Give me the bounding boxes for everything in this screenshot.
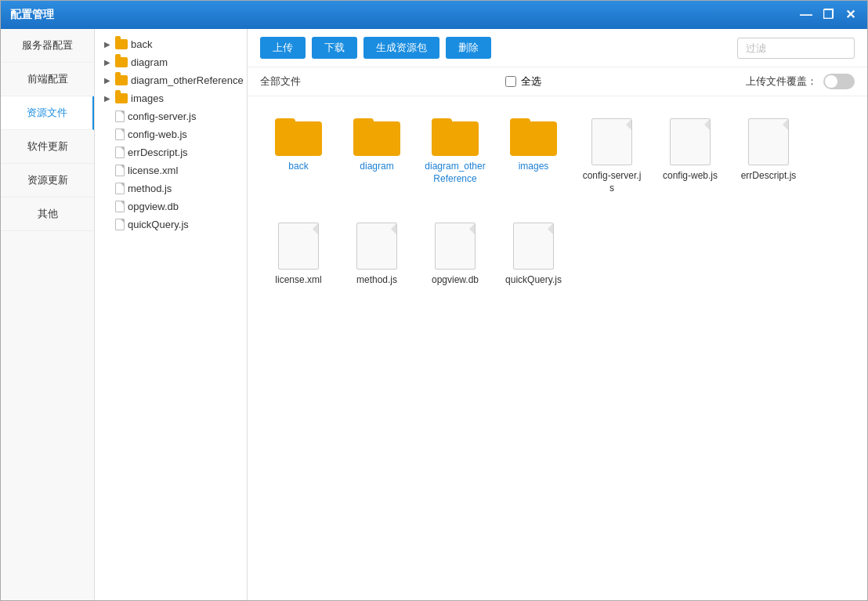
file-name-images: images <box>519 161 549 173</box>
tree-arrow-diagram-other: ▶ <box>104 76 112 85</box>
file-name-back: back <box>288 161 308 173</box>
file-icon-config-server <box>115 110 125 122</box>
file-icon-large-opgview <box>435 223 476 270</box>
folder-icon-large-back <box>275 118 322 156</box>
upload-button[interactable]: 上传 <box>260 37 306 59</box>
toolbar: 上传 下载 生成资源包 删除 <box>248 29 867 67</box>
file-header-left: 全部文件 <box>260 74 301 89</box>
file-icon-config-web <box>115 129 125 140</box>
file-grid: back diagram diagram_otherReference <box>248 96 867 600</box>
tree-item-license[interactable]: ▶ license.xml <box>95 161 247 179</box>
folder-icon-diagram-other <box>115 75 128 85</box>
file-icon-large-method <box>356 223 397 270</box>
toggle-knob <box>825 75 837 88</box>
file-icon-method <box>115 183 125 194</box>
content-area: 上传 下载 生成资源包 删除 全部文件 全选 上 <box>248 29 867 600</box>
file-name-diagram-other: diagram_otherReference <box>425 161 485 185</box>
folder-icon-large-diagram-other <box>432 118 479 156</box>
tree-item-images[interactable]: ▶ images <box>95 89 247 107</box>
tree-item-errdescript[interactable]: ▶ errDescript.js <box>95 143 247 161</box>
file-item-errdescript[interactable]: errDescript.js <box>733 112 804 201</box>
file-icon-large-config-server <box>591 118 632 165</box>
app-window: 配置管理 — ❐ ✕ 服务器配置 前端配置 资源文件 软件更新 资源更新 其他 … <box>0 0 868 601</box>
tree-label-quickquery: quickQuery.js <box>128 219 189 230</box>
file-header: 全部文件 全选 上传文件覆盖： <box>248 67 867 96</box>
file-name-quickquery: quickQuery.js <box>505 274 562 287</box>
file-item-opgview[interactable]: opgview.db <box>420 216 490 293</box>
file-icon-license <box>115 165 125 176</box>
tree-item-method[interactable]: ▶ method.js <box>95 179 247 197</box>
file-item-config-web[interactable]: config-web.js <box>655 112 725 201</box>
filter-input[interactable] <box>737 38 855 59</box>
tree-label-method: method.js <box>128 183 172 194</box>
file-item-config-server[interactable]: config-server.js <box>577 112 647 201</box>
select-all-checkbox[interactable] <box>505 76 516 87</box>
main-layout: 服务器配置 前端配置 资源文件 软件更新 资源更新 其他 ▶ back ▶ di… <box>1 29 867 600</box>
tree-label-config-web: config-web.js <box>128 129 187 140</box>
package-button[interactable]: 生成资源包 <box>363 37 439 59</box>
folder-icon-large-images <box>510 118 557 156</box>
file-name-diagram: diagram <box>360 161 393 173</box>
tree-arrow-diagram: ▶ <box>104 58 112 67</box>
file-icon-large-config-web <box>670 118 711 165</box>
tree-item-quickquery[interactable]: ▶ quickQuery.js <box>95 215 247 234</box>
upload-overwrite-label: 上传文件覆盖： <box>746 74 817 89</box>
file-item-license[interactable]: license.xml <box>263 216 334 293</box>
title-bar-title: 配置管理 <box>10 8 798 22</box>
sidebar-item-frontend-config[interactable]: 前端配置 <box>1 63 94 96</box>
file-icon-large-quickquery <box>513 223 554 270</box>
tree-label-errdescript: errDescript.js <box>128 147 188 158</box>
file-name-license: license.xml <box>275 274 321 287</box>
sidebar-item-software-update[interactable]: 软件更新 <box>1 130 94 164</box>
delete-button[interactable]: 删除 <box>446 37 491 59</box>
tree-label-diagram: diagram <box>131 56 168 68</box>
sidebar-item-server-config[interactable]: 服务器配置 <box>1 29 94 63</box>
sidebar-item-other[interactable]: 其他 <box>1 197 94 231</box>
file-item-method[interactable]: method.js <box>342 216 412 293</box>
sidebar-item-resource-files[interactable]: 资源文件 <box>1 96 94 130</box>
file-tree: ▶ back ▶ diagram ▶ diagram_otherReferenc… <box>95 29 248 600</box>
file-icon-errdescript <box>115 147 125 158</box>
file-item-diagram[interactable]: diagram <box>342 112 412 201</box>
all-files-label: 全部文件 <box>260 74 301 89</box>
folder-icon-large-diagram <box>353 118 400 156</box>
tree-item-diagram[interactable]: ▶ diagram <box>95 53 247 71</box>
sidebar: 服务器配置 前端配置 资源文件 软件更新 资源更新 其他 <box>1 29 95 600</box>
file-name-errdescript: errDescript.js <box>741 170 797 183</box>
title-bar-controls: — ❐ ✕ <box>798 9 858 21</box>
upload-overwrite-toggle[interactable] <box>823 74 855 89</box>
maximize-button[interactable]: ❐ <box>820 9 836 21</box>
file-icon-opgview <box>115 201 125 212</box>
minimize-button[interactable]: — <box>798 9 814 21</box>
title-bar: 配置管理 — ❐ ✕ <box>1 1 867 29</box>
tree-label-images: images <box>131 92 164 104</box>
tree-label-back: back <box>131 38 152 50</box>
tree-item-back[interactable]: ▶ back <box>95 35 247 53</box>
tree-label-diagram-other: diagram_otherReference <box>131 74 244 86</box>
tree-item-diagram-other[interactable]: ▶ diagram_otherReference <box>95 71 247 89</box>
file-name-opgview: opgview.db <box>432 274 479 287</box>
download-button[interactable]: 下载 <box>312 37 357 59</box>
tree-label-config-server: config-server.js <box>128 110 196 122</box>
file-header-right: 上传文件覆盖： <box>746 74 855 89</box>
tree-item-config-web[interactable]: ▶ config-web.js <box>95 125 247 143</box>
tree-label-opgview: opgview.db <box>128 201 179 212</box>
folder-icon-diagram <box>115 57 128 67</box>
tree-item-config-server[interactable]: ▶ config-server.js <box>95 107 247 125</box>
file-item-back[interactable]: back <box>263 112 334 201</box>
folder-icon-images <box>115 93 128 103</box>
close-button[interactable]: ✕ <box>842 9 858 21</box>
sidebar-item-resource-update[interactable]: 资源更新 <box>1 164 94 197</box>
file-icon-large-license <box>278 223 319 270</box>
folder-icon-back <box>115 39 128 49</box>
file-name-config-web: config-web.js <box>663 170 718 183</box>
tree-arrow-back: ▶ <box>104 40 112 49</box>
tree-item-opgview[interactable]: ▶ opgview.db <box>95 197 247 215</box>
tree-label-license: license.xml <box>128 165 178 176</box>
file-item-diagram-other[interactable]: diagram_otherReference <box>420 112 490 201</box>
file-icon-large-errdescript <box>748 118 789 165</box>
file-item-images[interactable]: images <box>498 112 569 201</box>
file-name-config-server: config-server.js <box>583 170 642 194</box>
file-name-method: method.js <box>356 274 397 287</box>
file-item-quickquery[interactable]: quickQuery.js <box>498 216 569 293</box>
